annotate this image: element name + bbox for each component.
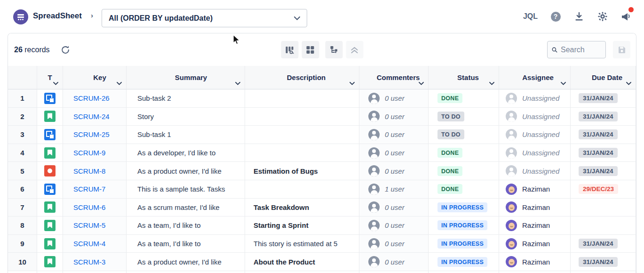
column-settings-button[interactable] <box>281 41 298 58</box>
description-cell[interactable] <box>245 89 359 108</box>
chevron-down-icon[interactable] <box>561 82 566 85</box>
issue-type-cell[interactable] <box>37 89 63 108</box>
commenters-cell[interactable]: 0 user <box>359 144 429 162</box>
issue-key-link[interactable]: SCRUM-24 <box>73 112 110 120</box>
chevron-down-icon[interactable] <box>626 82 631 85</box>
issue-key-link[interactable]: SCRUM-8 <box>73 167 105 175</box>
key-cell[interactable]: SCRUM-7 <box>63 180 127 199</box>
collapse-all-button[interactable] <box>346 41 363 58</box>
description-cell[interactable] <box>245 180 359 199</box>
status-cell[interactable]: IN PROGRESS <box>429 217 499 235</box>
export-button[interactable] <box>573 11 585 22</box>
row-number-cell[interactable]: 9 <box>8 235 37 253</box>
issue-key-link[interactable]: SCRUM-3 <box>73 258 105 266</box>
assignee-cell[interactable]: Raziman <box>499 235 571 253</box>
issue-type-cell[interactable] <box>37 108 63 126</box>
chevron-down-icon[interactable] <box>117 82 122 85</box>
header-key[interactable]: Key <box>63 66 127 89</box>
issue-key-link[interactable]: SCRUM-4 <box>73 240 105 248</box>
key-cell[interactable]: SCRUM-9 <box>63 144 127 162</box>
description-cell[interactable]: Task Breakdown <box>245 199 359 217</box>
status-cell[interactable]: TO DO <box>429 108 499 126</box>
header-description[interactable]: Description <box>245 66 359 89</box>
header-status[interactable]: Status <box>429 66 499 89</box>
filter-dropdown[interactable]: All (ORDER BY updatedDate) <box>102 9 307 27</box>
chevron-down-icon[interactable] <box>53 82 58 85</box>
key-cell[interactable]: SCRUM-6 <box>63 199 127 217</box>
status-cell[interactable]: DONE <box>429 144 499 162</box>
settings-button[interactable] <box>597 11 608 22</box>
key-cell[interactable]: SCRUM-4 <box>63 235 127 253</box>
row-number-cell[interactable]: 1 <box>8 89 37 108</box>
due-date-cell[interactable] <box>571 199 636 217</box>
status-cell[interactable]: DONE <box>429 89 499 108</box>
due-date-cell[interactable]: 29/DEC/23 <box>571 180 636 199</box>
row-number-cell[interactable]: 2 <box>8 108 37 126</box>
summary-cell[interactable]: As a developer, I'd like to <box>127 144 245 162</box>
due-date-cell[interactable] <box>571 217 636 235</box>
assignee-cell[interactable]: Unassigned <box>499 89 571 108</box>
row-number-cell[interactable]: 10 <box>8 253 37 271</box>
commenters-cell[interactable]: 0 user <box>359 199 429 217</box>
assignee-cell[interactable]: Unassigned <box>499 108 571 126</box>
chevron-down-icon[interactable] <box>235 82 240 85</box>
commenters-cell[interactable]: 0 user <box>359 126 429 144</box>
due-date-cell[interactable]: 31/JAN/24 <box>571 235 636 253</box>
issue-key-link[interactable]: SCRUM-5 <box>73 221 105 229</box>
issue-type-cell[interactable] <box>37 253 63 271</box>
summary-cell[interactable]: This is a sample task. Tasks <box>127 180 245 199</box>
jql-button[interactable]: JQL <box>523 12 538 21</box>
commenters-cell[interactable]: 0 user <box>359 217 429 235</box>
summary-cell[interactable]: Sub-task 2 <box>127 89 245 108</box>
due-date-cell[interactable]: 31/JAN/24 <box>571 144 636 162</box>
status-cell[interactable]: IN PROGRESS <box>429 199 499 217</box>
save-view-button[interactable] <box>613 41 630 58</box>
chevron-down-icon[interactable] <box>419 82 424 85</box>
commenters-cell[interactable]: 1 user <box>359 180 429 199</box>
header-assignee[interactable]: Assignee <box>499 66 571 89</box>
due-date-cell[interactable]: 31/JAN/24 <box>571 89 636 108</box>
due-date-cell[interactable]: 31/JAN/24 <box>571 126 636 144</box>
status-cell[interactable]: DONE <box>429 162 499 180</box>
status-cell[interactable]: IN PROGRESS <box>429 253 499 271</box>
commenters-cell[interactable]: 0 user <box>359 253 429 271</box>
summary-cell[interactable]: As a scrum master, I'd like <box>127 199 245 217</box>
key-cell[interactable]: SCRUM-25 <box>63 126 127 144</box>
row-number-cell[interactable]: 5 <box>8 162 37 180</box>
issue-type-cell[interactable] <box>37 180 63 199</box>
row-number-cell[interactable]: 6 <box>8 180 37 199</box>
issue-type-cell[interactable] <box>37 144 63 162</box>
description-cell[interactable] <box>245 144 359 162</box>
chevron-down-icon[interactable] <box>489 82 494 85</box>
summary-cell[interactable]: Story <box>127 108 245 126</box>
assignee-cell[interactable]: Unassigned <box>499 144 571 162</box>
status-cell[interactable]: IN PROGRESS <box>429 235 499 253</box>
due-date-cell[interactable]: 31/JAN/24 <box>571 108 636 126</box>
description-cell[interactable] <box>245 126 359 144</box>
key-cell[interactable]: SCRUM-24 <box>63 108 127 126</box>
issue-key-link[interactable]: SCRUM-9 <box>73 149 105 157</box>
assignee-cell[interactable]: Raziman <box>499 199 571 217</box>
assignee-cell[interactable]: Raziman <box>499 180 571 199</box>
issue-type-cell[interactable] <box>37 217 63 235</box>
tree-view-button[interactable] <box>325 41 342 58</box>
search-box[interactable] <box>547 41 606 58</box>
search-input[interactable] <box>561 46 601 54</box>
issue-type-cell[interactable] <box>37 235 63 253</box>
key-cell[interactable]: SCRUM-26 <box>63 89 127 108</box>
commenters-cell[interactable]: 0 user <box>359 89 429 108</box>
description-cell[interactable]: This story is estimated at 5 <box>245 235 359 253</box>
description-cell[interactable] <box>245 108 359 126</box>
issue-type-cell[interactable] <box>37 199 63 217</box>
status-cell[interactable]: DONE <box>429 180 499 199</box>
app-logo[interactable] <box>13 9 28 24</box>
refresh-button[interactable] <box>60 45 71 55</box>
issue-key-link[interactable]: SCRUM-25 <box>73 130 110 138</box>
header-due-date[interactable]: Due Date <box>571 66 636 89</box>
header-commenters[interactable]: Commenters <box>359 66 429 89</box>
row-number-cell[interactable]: 7 <box>8 199 37 217</box>
row-number-cell[interactable]: 3 <box>8 126 37 144</box>
issue-type-cell[interactable] <box>37 162 63 180</box>
summary-cell[interactable]: As a product owner, I'd like <box>127 253 245 271</box>
issue-key-link[interactable]: SCRUM-7 <box>73 185 105 193</box>
